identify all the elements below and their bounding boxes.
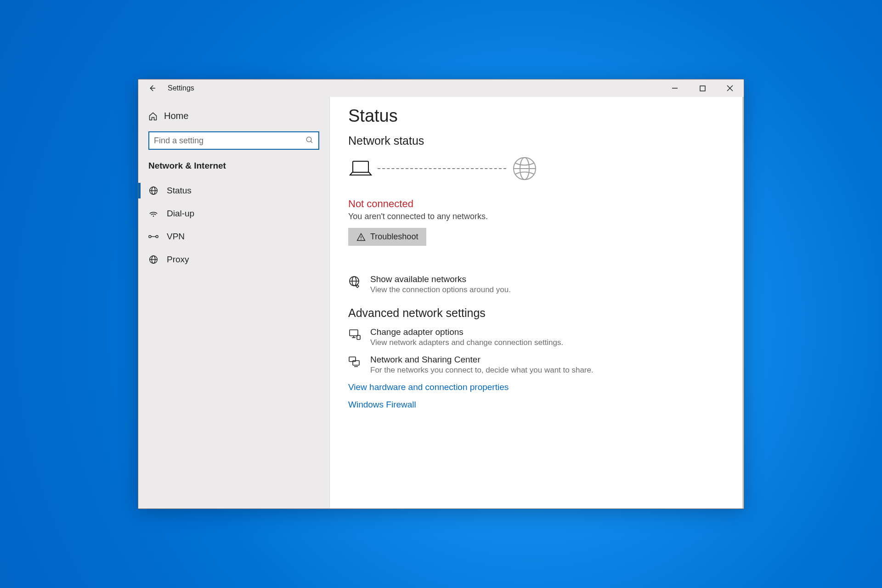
category-heading: Network & Internet [138,158,329,173]
home-label: Home [164,111,188,121]
close-button[interactable] [716,79,744,97]
troubleshoot-label: Troubleshoot [370,232,418,242]
search-icon [305,136,314,144]
nav-item-dialup[interactable]: Dial-up [138,202,329,225]
sharing-title: Network and Sharing Center [370,355,594,365]
svg-rect-25 [350,330,358,336]
not-connected-desc: You aren't connected to any networks. [348,212,725,221]
search-input[interactable] [148,131,319,150]
sharing-desc: For the networks you connect to, decide … [370,366,594,375]
not-connected-status: Not connected [348,198,725,210]
maximize-button[interactable] [689,79,716,97]
home-nav[interactable]: Home [138,107,329,125]
svg-point-10 [149,235,151,237]
network-status-heading: Network status [348,134,725,147]
dialup-icon [148,209,158,218]
sharing-center-icon [348,355,362,375]
adapter-desc: View network adapters and change connect… [370,338,563,347]
connection-line [378,168,506,169]
proxy-globe-icon [148,254,158,265]
svg-rect-16 [353,161,368,172]
show-networks-title: Show available networks [370,274,511,284]
svg-line-5 [311,141,312,143]
vpn-icon [148,233,158,240]
page-title: Status [348,106,725,126]
nav-item-status[interactable]: Status [138,179,329,202]
warning-icon [356,232,366,242]
show-networks-desc: View the connection options around you. [370,285,511,294]
svg-rect-1 [700,86,705,91]
firewall-link[interactable]: Windows Firewall [348,400,725,410]
svg-point-4 [306,137,311,142]
home-icon [148,112,158,121]
nav-item-vpn[interactable]: VPN [138,225,329,248]
settings-window: Settings Home [138,79,744,509]
globe-icon [512,156,537,181]
back-button[interactable] [143,79,161,97]
nav-item-label: Proxy [167,254,189,265]
adapter-options-row[interactable]: Change adapter options View network adap… [348,327,725,347]
sidebar: Home Network & Internet Status Dial- [138,97,329,509]
minimize-icon [672,85,678,91]
show-networks-row[interactable]: Show available networks View the connect… [348,274,725,294]
nav-item-label: Dial-up [167,209,194,219]
content-pane: Status Network status Not connected You … [329,97,744,509]
nav-item-label: VPN [167,232,185,242]
svg-point-9 [153,215,154,217]
svg-point-21 [361,239,362,240]
network-diagram [349,156,725,181]
adapter-icon [348,327,362,347]
maximize-icon [700,85,706,91]
troubleshoot-button[interactable]: Troubleshoot [348,228,426,246]
minimize-button[interactable] [661,79,689,97]
window-controls [661,79,744,97]
scrollbar[interactable] [742,97,744,509]
titlebar: Settings [138,79,744,97]
sharing-center-row[interactable]: Network and Sharing Center For the netwo… [348,355,725,375]
close-icon [727,85,733,91]
globe-status-icon [148,186,158,196]
window-title: Settings [168,84,194,92]
hardware-link[interactable]: View hardware and connection properties [348,382,725,392]
nav-item-label: Status [167,186,192,196]
svg-point-11 [156,235,158,237]
laptop-icon [349,159,372,178]
back-arrow-icon [148,84,156,92]
nav-item-proxy[interactable]: Proxy [138,248,329,271]
advanced-heading: Advanced network settings [348,306,725,320]
globe-network-icon [348,274,362,294]
adapter-title: Change adapter options [370,327,563,337]
